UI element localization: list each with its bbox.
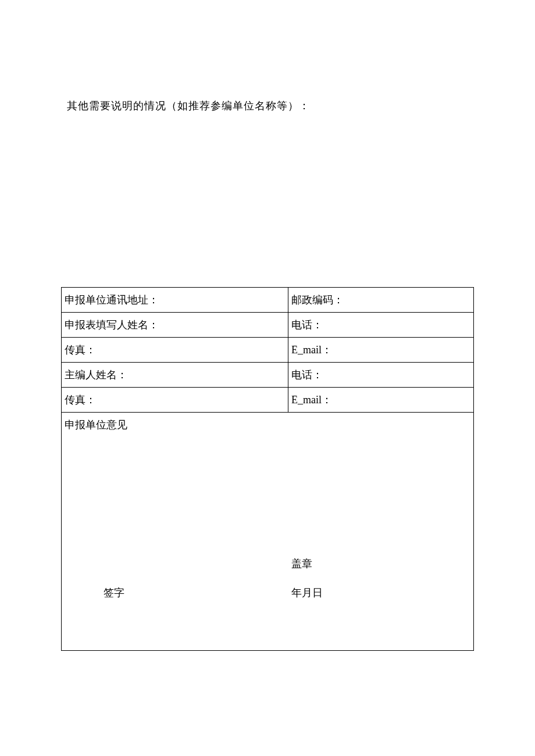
address-label: 申报单位通讯地址： (62, 288, 288, 313)
table-row: 传真： E_mail： (62, 388, 474, 413)
intro-text: 其他需要说明的情况（如推荐参编单位名称等）： (61, 99, 474, 113)
opinion-cell: 申报单位意见 盖章 签字 年月日 (62, 413, 474, 651)
phone-label-2: 电话： (288, 363, 473, 388)
sign-text: 签字 (104, 586, 124, 600)
fax-label-1: 传真： (62, 338, 288, 363)
postcode-label: 邮政编码： (288, 288, 473, 313)
table-row: 申报单位通讯地址： 邮政编码： (62, 288, 474, 313)
table-row: 主编人姓名： 电话： (62, 363, 474, 388)
email-label-2: E_mail： (288, 388, 473, 413)
form-table: 申报单位通讯地址： 邮政编码： 申报表填写人姓名： 电话： 传真： E_mail… (61, 287, 474, 651)
table-row: 传真： E_mail： (62, 338, 474, 363)
table-row: 申报单位意见 盖章 签字 年月日 (62, 413, 474, 651)
email-label-1: E_mail： (288, 338, 473, 363)
stamp-text: 盖章 (291, 557, 312, 571)
date-text: 年月日 (291, 586, 323, 600)
opinion-label: 申报单位意见 (65, 418, 127, 432)
table-row: 申报表填写人姓名： 电话： (62, 313, 474, 338)
filler-name-label: 申报表填写人姓名： (62, 313, 288, 338)
editor-name-label: 主编人姓名： (62, 363, 288, 388)
phone-label-1: 电话： (288, 313, 473, 338)
fax-label-2: 传真： (62, 388, 288, 413)
